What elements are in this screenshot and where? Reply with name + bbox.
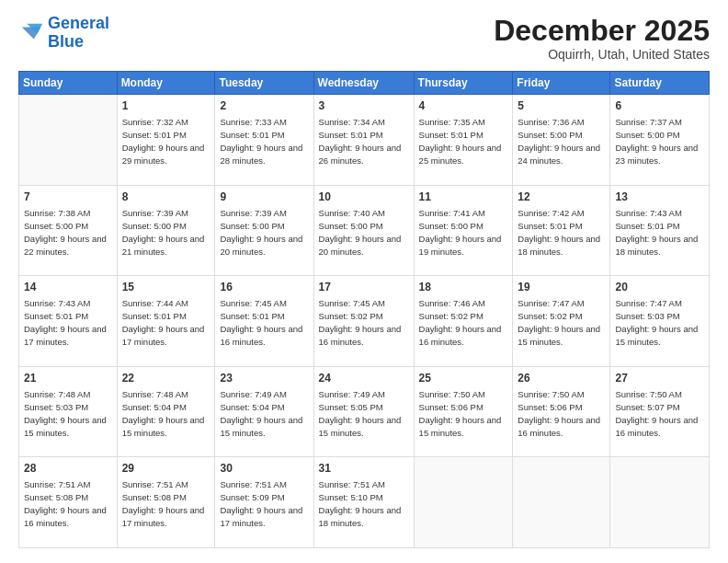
day-info: Sunrise: 7:50 AMSunset: 5:07 PMDaylight:… — [615, 389, 698, 438]
day-header-tuesday: Tuesday — [215, 72, 313, 95]
day-info: Sunrise: 7:51 AMSunset: 5:09 PMDaylight:… — [220, 479, 302, 528]
day-number: 24 — [319, 371, 409, 386]
day-info: Sunrise: 7:39 AMSunset: 5:00 PMDaylight:… — [220, 208, 302, 257]
day-cell: 8Sunrise: 7:39 AMSunset: 5:00 PMDaylight… — [117, 185, 215, 276]
day-cell: 7Sunrise: 7:38 AMSunset: 5:00 PMDaylight… — [19, 185, 118, 276]
day-cell: 25Sunrise: 7:50 AMSunset: 5:06 PMDayligh… — [414, 366, 513, 457]
day-number: 9 — [220, 190, 308, 205]
location: Oquirrh, Utah, United States — [494, 47, 710, 62]
day-info: Sunrise: 7:51 AMSunset: 5:08 PMDaylight:… — [122, 479, 205, 528]
day-number: 29 — [122, 461, 210, 477]
day-info: Sunrise: 7:34 AMSunset: 5:01 PMDaylight:… — [319, 117, 402, 166]
title-block: December 2025 Oquirrh, Utah, United Stat… — [494, 15, 710, 62]
day-cell: 12Sunrise: 7:42 AMSunset: 5:01 PMDayligh… — [513, 185, 610, 276]
day-number: 14 — [24, 280, 112, 295]
calendar-header: SundayMondayTuesdayWednesdayThursdayFrid… — [19, 72, 710, 95]
logo-text: General Blue — [48, 15, 109, 52]
day-header-monday: Monday — [117, 72, 215, 95]
day-cell — [414, 457, 513, 548]
day-info: Sunrise: 7:40 AMSunset: 5:00 PMDaylight:… — [319, 208, 402, 257]
day-cell: 2Sunrise: 7:33 AMSunset: 5:01 PMDaylight… — [215, 95, 313, 186]
day-number: 1 — [122, 98, 210, 114]
day-info: Sunrise: 7:47 AMSunset: 5:02 PMDaylight:… — [518, 298, 600, 347]
day-info: Sunrise: 7:43 AMSunset: 5:01 PMDaylight:… — [615, 208, 698, 257]
day-info: Sunrise: 7:39 AMSunset: 5:00 PMDaylight:… — [122, 208, 205, 257]
day-info: Sunrise: 7:51 AMSunset: 5:08 PMDaylight:… — [24, 479, 107, 528]
day-cell: 17Sunrise: 7:45 AMSunset: 5:02 PMDayligh… — [313, 276, 414, 367]
day-number: 28 — [24, 461, 112, 477]
day-cell: 5Sunrise: 7:36 AMSunset: 5:00 PMDaylight… — [513, 95, 610, 186]
day-number: 13 — [615, 190, 704, 205]
days-row: SundayMondayTuesdayWednesdayThursdayFrid… — [19, 72, 710, 95]
day-number: 7 — [24, 190, 112, 205]
day-cell: 26Sunrise: 7:50 AMSunset: 5:06 PMDayligh… — [513, 366, 610, 457]
day-info: Sunrise: 7:45 AMSunset: 5:01 PMDaylight:… — [220, 298, 302, 347]
day-cell: 18Sunrise: 7:46 AMSunset: 5:02 PMDayligh… — [414, 276, 513, 367]
day-number: 10 — [319, 190, 409, 205]
day-cell: 13Sunrise: 7:43 AMSunset: 5:01 PMDayligh… — [610, 185, 710, 276]
day-cell: 31Sunrise: 7:51 AMSunset: 5:10 PMDayligh… — [313, 457, 414, 548]
logo-icon — [18, 20, 44, 46]
day-info: Sunrise: 7:48 AMSunset: 5:04 PMDaylight:… — [122, 389, 205, 438]
day-number: 21 — [24, 371, 112, 386]
day-number: 15 — [122, 280, 210, 295]
day-cell: 9Sunrise: 7:39 AMSunset: 5:00 PMDaylight… — [215, 185, 313, 276]
day-cell: 27Sunrise: 7:50 AMSunset: 5:07 PMDayligh… — [610, 366, 710, 457]
day-cell — [19, 95, 118, 186]
week-row-1: 1Sunrise: 7:32 AMSunset: 5:01 PMDaylight… — [19, 95, 710, 186]
day-cell: 4Sunrise: 7:35 AMSunset: 5:01 PMDaylight… — [414, 95, 513, 186]
day-cell: 19Sunrise: 7:47 AMSunset: 5:02 PMDayligh… — [513, 276, 610, 367]
day-cell: 3Sunrise: 7:34 AMSunset: 5:01 PMDaylight… — [313, 95, 414, 186]
day-cell: 14Sunrise: 7:43 AMSunset: 5:01 PMDayligh… — [19, 276, 118, 367]
day-info: Sunrise: 7:42 AMSunset: 5:01 PMDaylight:… — [518, 208, 600, 257]
day-info: Sunrise: 7:49 AMSunset: 5:04 PMDaylight:… — [220, 389, 302, 438]
day-cell: 6Sunrise: 7:37 AMSunset: 5:00 PMDaylight… — [610, 95, 710, 186]
calendar-body: 1Sunrise: 7:32 AMSunset: 5:01 PMDaylight… — [19, 95, 710, 548]
day-info: Sunrise: 7:51 AMSunset: 5:10 PMDaylight:… — [319, 479, 402, 528]
day-info: Sunrise: 7:44 AMSunset: 5:01 PMDaylight:… — [122, 298, 205, 347]
day-number: 19 — [518, 280, 605, 295]
day-header-sunday: Sunday — [19, 72, 118, 95]
day-info: Sunrise: 7:37 AMSunset: 5:00 PMDaylight:… — [615, 117, 698, 166]
day-cell: 29Sunrise: 7:51 AMSunset: 5:08 PMDayligh… — [117, 457, 215, 548]
day-info: Sunrise: 7:33 AMSunset: 5:01 PMDaylight:… — [220, 117, 302, 166]
logo: General Blue — [18, 15, 109, 52]
day-cell: 22Sunrise: 7:48 AMSunset: 5:04 PMDayligh… — [117, 366, 215, 457]
day-number: 20 — [615, 280, 704, 295]
day-info: Sunrise: 7:48 AMSunset: 5:03 PMDaylight:… — [24, 389, 107, 438]
day-info: Sunrise: 7:50 AMSunset: 5:06 PMDaylight:… — [518, 389, 600, 438]
day-info: Sunrise: 7:35 AMSunset: 5:01 PMDaylight:… — [419, 117, 502, 166]
day-cell: 16Sunrise: 7:45 AMSunset: 5:01 PMDayligh… — [215, 276, 313, 367]
day-header-thursday: Thursday — [414, 72, 513, 95]
day-info: Sunrise: 7:50 AMSunset: 5:06 PMDaylight:… — [419, 389, 502, 438]
day-header-saturday: Saturday — [610, 72, 710, 95]
day-number: 2 — [220, 98, 308, 114]
logo-blue: Blue — [48, 32, 84, 51]
day-cell — [513, 457, 610, 548]
calendar: SundayMondayTuesdayWednesdayThursdayFrid… — [18, 71, 710, 548]
day-number: 30 — [220, 461, 308, 477]
day-cell: 20Sunrise: 7:47 AMSunset: 5:03 PMDayligh… — [610, 276, 710, 367]
day-cell: 28Sunrise: 7:51 AMSunset: 5:08 PMDayligh… — [19, 457, 118, 548]
day-number: 6 — [615, 98, 704, 114]
day-number: 11 — [419, 190, 508, 205]
day-cell: 11Sunrise: 7:41 AMSunset: 5:00 PMDayligh… — [414, 185, 513, 276]
day-number: 3 — [319, 98, 409, 114]
week-row-2: 7Sunrise: 7:38 AMSunset: 5:00 PMDaylight… — [19, 185, 710, 276]
day-number: 17 — [319, 280, 409, 295]
day-info: Sunrise: 7:46 AMSunset: 5:02 PMDaylight:… — [419, 298, 502, 347]
day-header-wednesday: Wednesday — [313, 72, 414, 95]
logo-container: General Blue — [18, 15, 109, 52]
page: General Blue December 2025 Oquirrh, Utah… — [0, 0, 728, 563]
day-cell: 1Sunrise: 7:32 AMSunset: 5:01 PMDaylight… — [117, 95, 215, 186]
week-row-4: 21Sunrise: 7:48 AMSunset: 5:03 PMDayligh… — [19, 366, 710, 457]
day-info: Sunrise: 7:41 AMSunset: 5:00 PMDaylight:… — [419, 208, 502, 257]
day-info: Sunrise: 7:32 AMSunset: 5:01 PMDaylight:… — [122, 117, 205, 166]
day-cell: 23Sunrise: 7:49 AMSunset: 5:04 PMDayligh… — [215, 366, 313, 457]
month-title: December 2025 — [494, 15, 710, 47]
day-number: 23 — [220, 371, 308, 386]
day-number: 26 — [518, 371, 605, 386]
day-info: Sunrise: 7:38 AMSunset: 5:00 PMDaylight:… — [24, 208, 107, 257]
day-number: 4 — [419, 98, 508, 114]
header: General Blue December 2025 Oquirrh, Utah… — [18, 15, 710, 62]
